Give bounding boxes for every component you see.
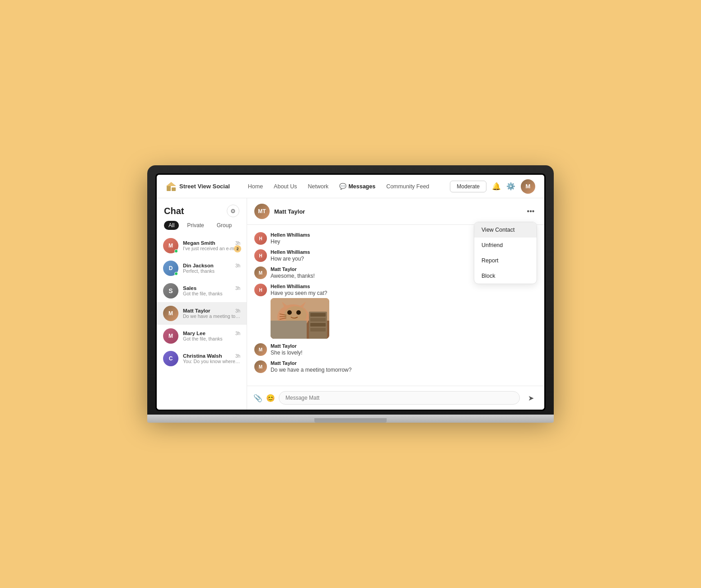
chat-info: Christina Walsh 3h You: Do you know wher…	[183, 353, 240, 364]
chat-avatar: M	[163, 238, 178, 253]
chat-time: 3h	[235, 308, 240, 313]
message-avatar: H	[254, 249, 267, 262]
laptop-base	[147, 415, 554, 423]
chat-contact-name: Christina Walsh	[183, 353, 222, 359]
filter-all[interactable]: All	[164, 221, 179, 230]
chat-contact-name: Matt Taylor	[183, 308, 210, 313]
chat-preview: Got the file, thanks	[183, 291, 240, 296]
chat-preview: Got the file, thanks	[183, 336, 240, 341]
chat-time: 3h	[235, 331, 240, 336]
chat-info: Sales 3h Got the file, thanks	[183, 285, 240, 296]
moderate-button[interactable]: Moderate	[450, 181, 486, 192]
chat-sidebar: Chat ⚙ All Private Group M	[157, 198, 247, 410]
chat-title: Chat	[164, 206, 184, 216]
chat-time: 3h	[235, 241, 240, 246]
chat-avatar: D	[163, 261, 178, 276]
unread-badge: 2	[234, 245, 241, 252]
chat-contact-name: Mary Lee	[183, 331, 206, 336]
message-text: Hey	[271, 238, 310, 245]
screen-bezel: Street View Social Home About Us Network…	[155, 173, 546, 411]
chat-avatar: S	[163, 283, 178, 299]
nav-messages[interactable]: 💬 Messages	[339, 183, 375, 190]
emoji-icon[interactable]: 😊	[266, 394, 275, 402]
chat-contact-name: Megan Smith	[183, 240, 215, 246]
laptop: Street View Social Home About Us Network…	[147, 165, 554, 423]
chat-header: Chat ⚙	[157, 198, 247, 221]
svg-rect-17	[271, 321, 307, 339]
attachment-icon[interactable]: 📎	[253, 394, 262, 402]
user-avatar[interactable]: M	[521, 179, 535, 194]
chat-list-item[interactable]: D Din Jackson 3h Perfect, thanks	[157, 257, 247, 280]
nav-home[interactable]: Home	[248, 183, 263, 190]
chat-time: 3h	[235, 286, 240, 291]
message-sender: Hellen Whilliams	[271, 232, 310, 238]
message-sender: Hellen Whilliams	[271, 249, 310, 255]
chat-contact-name: Din Jackson	[183, 263, 214, 268]
chat-contact: MT Matt Taylor	[254, 204, 305, 219]
svg-rect-15	[310, 323, 326, 327]
nav-links: Home About Us Network 💬 Messages Communi…	[248, 183, 450, 190]
dropdown-menu: View Contact Unfriend Report Block	[474, 222, 537, 284]
brand-icon	[166, 181, 177, 192]
chat-info: Mary Lee 3h Got the file, thanks	[183, 331, 240, 341]
svg-rect-13	[310, 313, 326, 317]
message-row: M Matt Taylor Do we have a meeting tomor…	[254, 360, 537, 373]
chat-time: 3h	[235, 354, 240, 359]
message-sender: Matt Taylor	[271, 343, 303, 349]
app: Street View Social Home About Us Network…	[157, 175, 544, 410]
filter-group[interactable]: Group	[212, 221, 236, 230]
message-input[interactable]	[279, 391, 520, 405]
nav-network[interactable]: Network	[308, 183, 329, 190]
nav-about[interactable]: About Us	[274, 183, 297, 190]
nav-community[interactable]: Community Feed	[386, 183, 429, 190]
message-content: Hellen Whilliams Have you seen my cat?	[271, 284, 329, 339]
chat-list-item[interactable]: M Mary Lee 3h Got the file, thanks	[157, 325, 247, 347]
navbar: Street View Social Home About Us Network…	[157, 175, 544, 198]
filter-private[interactable]: Private	[182, 221, 208, 230]
contact-avatar: MT	[254, 204, 270, 219]
message-input-area: 📎 😊 ➤	[247, 386, 544, 410]
chat-name-row: Matt Taylor 3h	[183, 308, 240, 313]
chat-contact-name: Sales	[183, 285, 196, 291]
message-sender: Hellen Whilliams	[271, 284, 329, 289]
more-options-button[interactable]: •••	[524, 205, 537, 218]
online-indicator	[174, 249, 178, 253]
message-content: Hellen Whilliams Hey	[271, 232, 310, 245]
dropdown-block[interactable]: Block	[474, 268, 537, 284]
cat-image	[271, 298, 329, 339]
chat-name-row: Christina Walsh 3h	[183, 353, 240, 359]
chat-list-item[interactable]: M Megan Smith 3h I've just received an e…	[157, 234, 247, 257]
message-content: Hellen Whilliams How are you?	[271, 249, 310, 262]
send-button[interactable]: ➤	[523, 391, 538, 405]
message-content: Matt Taylor She is lovely!	[271, 343, 303, 356]
message-avatar: H	[254, 232, 267, 245]
dropdown-unfriend[interactable]: Unfriend	[474, 238, 537, 253]
chat-info: Matt Taylor 3h Do we have a meeting tomo…	[183, 308, 240, 319]
message-content: Matt Taylor Awesome, thanks!	[271, 266, 315, 279]
chat-preview: I've just received an e-mail fro...	[183, 246, 240, 251]
settings-icon[interactable]: ⚙️	[506, 182, 515, 191]
dropdown-report[interactable]: Report	[474, 253, 537, 268]
chat-main: MT Matt Taylor ••• View Contact Unfriend…	[247, 198, 544, 410]
chat-list: M Megan Smith 3h I've just received an e…	[157, 234, 247, 410]
chat-list-item[interactable]: M Matt Taylor 3h Do we have a meeting to…	[157, 302, 247, 325]
chat-settings-button[interactable]: ⚙	[227, 205, 239, 217]
message-content: Matt Taylor Do we have a meeting tomorro…	[271, 360, 351, 373]
chat-list-item[interactable]: C Christina Walsh 3h You: Do you know wh…	[157, 347, 247, 370]
chat-list-item[interactable]: S Sales 3h Got the file, thanks	[157, 280, 247, 302]
dropdown-view-contact[interactable]: View Contact	[474, 222, 537, 238]
bell-icon[interactable]: 🔔	[492, 182, 501, 191]
online-indicator	[174, 272, 178, 275]
svg-rect-1	[172, 187, 176, 191]
chat-topbar: MT Matt Taylor •••	[247, 198, 544, 225]
message-text: Do we have a meeting tomorrow?	[271, 367, 351, 373]
svg-point-8	[296, 310, 301, 315]
chat-filter-tabs: All Private Group	[157, 221, 247, 234]
svg-rect-0	[167, 186, 171, 191]
message-row: M Matt Taylor She is lovely!	[254, 343, 537, 356]
contact-name: Matt Taylor	[274, 208, 305, 215]
messages-icon: 💬	[339, 183, 346, 190]
message-avatar: H	[254, 284, 267, 296]
message-avatar: M	[254, 360, 267, 373]
chat-name-row: Din Jackson 3h	[183, 263, 240, 268]
